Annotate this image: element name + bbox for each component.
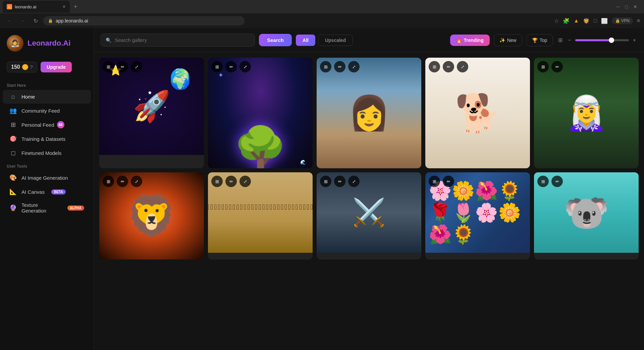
trending-button[interactable]: 🔥 Trending <box>450 35 490 46</box>
browser-chrome: L leonardo.ai ✕ + ─ □ ✕ ← → ↻ 🔒 app.leon… <box>0 0 644 28</box>
remix-btn-dog[interactable]: ⊞ <box>429 61 440 72</box>
sidebar-item-personal-feed[interactable]: ⊞ Personal Feed 88 <box>3 118 91 132</box>
item-overlay-floral: ⊞ ✏ <box>425 172 530 190</box>
token-icon <box>22 64 28 70</box>
gallery-item-dog[interactable]: 🐕 ⊞ ✏ ⤢ <box>425 58 530 168</box>
back-button[interactable]: ← <box>4 16 15 25</box>
sidebar-label-personal-feed: Personal Feed <box>21 122 54 128</box>
remix-btn-rocket[interactable]: ⊞ <box>103 61 114 72</box>
extensions-icon[interactable]: 🧩 <box>563 18 570 24</box>
menu-icon[interactable]: ≡ <box>637 18 640 24</box>
zoom-out-icon[interactable]: − <box>567 36 572 45</box>
remix-btn-floral[interactable]: ⊞ <box>429 176 440 187</box>
tab-favicon: L <box>7 4 12 9</box>
new-sort-button[interactable]: ✨ New <box>494 34 522 46</box>
gallery-item-rocket[interactable]: 🚀 🌍 ⭐ ⊞ ✏ ⤢ <box>99 58 204 168</box>
home-icon: ⌂ <box>9 93 17 100</box>
top-sort-icon: 🏆 <box>532 38 538 43</box>
sidebar-item-ai-canvas[interactable]: 📐 AI Canvas BETA <box>3 185 91 199</box>
gallery-item-tree[interactable]: 🌳 ✦ 🌊 ⊞ ✏ ⤢ <box>208 58 313 168</box>
zoom-in-icon[interactable]: + <box>632 36 637 45</box>
texture-icon: 🔮 <box>9 204 17 212</box>
sidebar-item-ai-image[interactable]: 🎨 AI Image Generation <box>3 171 91 185</box>
edit-btn-lion[interactable]: ✏ <box>117 176 128 187</box>
search-button[interactable]: Search <box>259 34 292 46</box>
gallery-item-warrior[interactable]: ⚔️ ⊞ ✏ ⤢ <box>317 172 421 259</box>
search-input-wrapper[interactable]: 🔍 <box>101 34 255 47</box>
window-close[interactable]: ✕ <box>633 4 637 9</box>
bookmark-icon[interactable]: ☆ <box>554 18 559 24</box>
search-input[interactable] <box>115 37 250 43</box>
sidebar-item-home[interactable]: ⌂ Home <box>3 90 91 104</box>
trending-label: Trending <box>464 38 484 43</box>
upgrade-button[interactable]: Upgrade <box>41 62 72 72</box>
finetuned-icon: ◻ <box>9 149 17 157</box>
expand-btn-lion[interactable]: ⤢ <box>131 176 142 187</box>
gallery-item-koala[interactable]: 🐨 ⊞ ✏ <box>534 172 639 259</box>
token-help-icon[interactable]: ? <box>30 64 33 70</box>
sidebar-item-community-feed[interactable]: 👥 Community Feed <box>3 104 91 118</box>
window-minimize[interactable]: ─ <box>616 4 620 9</box>
edit-btn-hieroglyph[interactable]: ✏ <box>225 176 237 187</box>
gallery-scroll[interactable]: 🚀 🌍 ⭐ ⊞ ✏ ⤢ 🌳 ✦ 🌊 <box>94 52 644 350</box>
edit-btn-woman[interactable]: ✏ <box>334 61 345 72</box>
expand-btn-rocket[interactable]: ⤢ <box>131 61 142 72</box>
personal-feed-icon: ⊞ <box>9 121 17 128</box>
reading-mode-icon[interactable]: □ <box>594 18 597 24</box>
expand-btn-hieroglyph[interactable]: ⤢ <box>239 176 251 187</box>
expand-btn-woman[interactable]: ⤢ <box>348 61 360 72</box>
edit-btn-dog[interactable]: ✏ <box>443 61 454 72</box>
expand-btn-warrior[interactable]: ⤢ <box>348 176 360 187</box>
sidebar-icon[interactable]: ⬜ <box>601 18 608 24</box>
remix-btn-hieroglyph[interactable]: ⊞ <box>211 176 223 187</box>
sidebar-item-training-datasets[interactable]: 🎯 Training & Datasets <box>3 132 91 146</box>
sidebar-item-texture[interactable]: 🔮 Texture Generation ALPHA <box>3 199 91 217</box>
brave-shield-icon[interactable]: 🦁 <box>583 18 590 24</box>
active-tab[interactable]: L leonardo.ai ✕ <box>3 1 70 13</box>
remix-btn-woman[interactable]: ⊞ <box>320 61 331 72</box>
filter-tab-upscaled[interactable]: Upscaled <box>318 35 353 46</box>
reload-button[interactable]: ↻ <box>31 16 41 25</box>
remix-btn-koala[interactable]: ⊞ <box>537 176 549 187</box>
triangle-icon[interactable]: ▲ <box>574 18 579 24</box>
edit-btn-warrior[interactable]: ✏ <box>334 176 345 187</box>
zoom-slider[interactable] <box>575 39 629 41</box>
sidebar-label-community-feed: Community Feed <box>21 108 60 114</box>
new-tab-button[interactable]: + <box>71 2 80 12</box>
remix-btn-warrior[interactable]: ⊞ <box>320 176 331 187</box>
expand-btn-dog[interactable]: ⤢ <box>457 61 468 72</box>
sidebar-label-finetuned: Finetuned Models <box>21 150 61 156</box>
main-content: 🔍 Search All Upscaled 🔥 Trending ✨ New 🏆 <box>94 28 644 350</box>
gallery-item-hieroglyph[interactable]: 𓀀𓁀𓂀𓃀𓄀𓅀𓆀𓇀𓈀𓉀𓊀𓋀𓌀𓍀𓎀𓏀𓀁𓁁𓂁𓃁𓄁𓅁𓆁𓇁𓈁𓉁𓊁𓋁𓌁𓍁𓎁𓏁𓀂𓁂𓂂𓃂𓄂𓅂𓆂𓇂… <box>208 172 313 259</box>
top-sort-button[interactable]: 🏆 Top <box>526 34 553 46</box>
edit-btn-fairy[interactable]: ✏ <box>551 61 563 72</box>
search-header: 🔍 Search All Upscaled 🔥 Trending ✨ New 🏆 <box>94 28 644 52</box>
gallery-item-lion[interactable]: 🦁 ⊞ ✏ ⤢ <box>99 172 204 259</box>
edit-btn-rocket[interactable]: ✏ <box>117 61 128 72</box>
expand-btn-tree[interactable]: ⤢ <box>239 61 251 72</box>
grid-view-icon[interactable]: ⊞ <box>557 36 564 45</box>
vpn-badge[interactable]: 🔒 VPN <box>612 17 633 24</box>
sidebar-item-finetuned-models[interactable]: ◻ Finetuned Models <box>3 146 91 160</box>
edit-btn-koala[interactable]: ✏ <box>551 176 563 187</box>
token-number: 150 <box>11 64 20 70</box>
remix-btn-tree[interactable]: ⊞ <box>211 61 223 72</box>
window-maximize[interactable]: □ <box>625 4 628 9</box>
tab-close-button[interactable]: ✕ <box>62 4 66 9</box>
edit-btn-tree[interactable]: ✏ <box>225 61 237 72</box>
item-overlay-fairy: ⊞ ✏ <box>534 58 639 76</box>
remix-btn-fairy[interactable]: ⊞ <box>537 61 549 72</box>
edit-btn-floral[interactable]: ✏ <box>443 176 454 187</box>
search-icon: 🔍 <box>106 38 111 43</box>
forward-button[interactable]: → <box>17 16 28 25</box>
address-bar[interactable]: 🔒 app.leonardo.ai <box>43 16 245 25</box>
alpha-badge: ALPHA <box>67 206 84 211</box>
filter-tab-all[interactable]: All <box>296 35 315 46</box>
remix-btn-lion[interactable]: ⊞ <box>103 176 114 187</box>
gallery-item-fairy[interactable]: 🧝‍♀️ ⊞ ✏ <box>534 58 639 168</box>
ssl-lock-icon: 🔒 <box>48 18 53 23</box>
sidebar-label-home: Home <box>21 94 35 100</box>
gallery-item-floral[interactable]: 🌸🌼🌺🌻🌹🌷🌸🌼🌺🌻 ⊞ ✏ <box>425 172 530 259</box>
gallery-item-woman[interactable]: 👩 ⊞ ✏ ⤢ <box>317 58 421 168</box>
item-overlay-lion: ⊞ ✏ ⤢ <box>99 172 204 190</box>
